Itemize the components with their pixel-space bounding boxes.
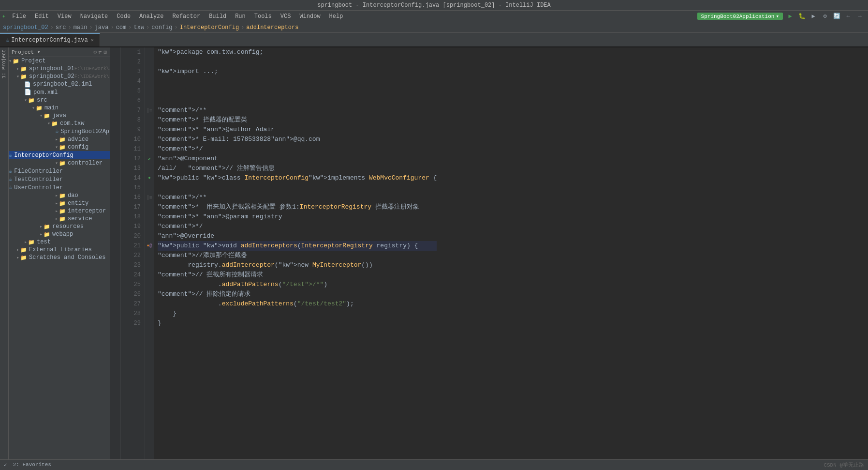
- menu-item-run[interactable]: Run: [231, 12, 250, 21]
- tree-item-interceptor[interactable]: ▸📁interceptor: [9, 207, 110, 215]
- tree-item-dao[interactable]: ▸📁dao: [9, 192, 110, 199]
- tree-item-testcontroller[interactable]: ☕TestController: [9, 175, 110, 183]
- code-line-17[interactable]: "comment">* 用来加入拦截器相关配置 参数1:InterceptorR…: [158, 202, 437, 212]
- breadcrumb-item-txw[interactable]: txw: [133, 24, 144, 31]
- tree-item-com-txw[interactable]: ▾📁com.txw: [9, 120, 110, 127]
- code-line-23[interactable]: registry.addInterceptor("kw">new MyInter…: [158, 260, 437, 270]
- fold-icon[interactable]: |≡: [147, 108, 152, 113]
- run-config-selector[interactable]: SpringBoot02Application ▾: [697, 13, 783, 20]
- menu-item-code[interactable]: Code: [113, 12, 134, 21]
- tree-item-springboot02applica---[interactable]: ☕SpringBoot02Applica...: [9, 127, 110, 136]
- tree-item-entity[interactable]: ▸📁entity: [9, 199, 110, 207]
- marker-21: ●@: [145, 241, 154, 251]
- tree-item-service[interactable]: ▸📁service: [9, 215, 110, 223]
- code-line-9[interactable]: "comment">* "ann">@author Adair: [158, 125, 437, 135]
- code-line-5[interactable]: [158, 86, 437, 96]
- update-button[interactable]: 🔄: [832, 12, 841, 21]
- breadcrumb-item-com[interactable]: com: [116, 24, 127, 31]
- code-editor[interactable]: 1234567891011121314151617181920212223242…: [110, 47, 441, 459]
- menu-item-edit[interactable]: Edit: [31, 12, 53, 21]
- menu-item-help[interactable]: Help: [325, 12, 347, 21]
- code-line-13[interactable]: /all/ "comment">// 注解警告信息: [158, 164, 437, 173]
- tree-item-filecontroller[interactable]: ☕FileController: [9, 167, 110, 175]
- breadcrumb-item-src[interactable]: src: [56, 24, 66, 31]
- code-line-10[interactable]: "comment">* E-mail: 1578533828"ann">@qq.…: [158, 135, 437, 144]
- code-line-27[interactable]: .excludePathPatterns("/test/test2");: [158, 299, 437, 309]
- code-line-29[interactable]: }: [158, 318, 437, 328]
- tree-item-scratches-and-consoles[interactable]: ▸📁Scratches and Consoles: [9, 254, 110, 261]
- menu-item-window[interactable]: Window: [295, 12, 324, 21]
- tree-item-springboot-02-iml[interactable]: 📄springboot_02.iml: [9, 80, 110, 88]
- code-line-14[interactable]: "kw">public "kw">class InterceptorConfig…: [158, 173, 437, 183]
- tree-item-src[interactable]: ▾📁src: [9, 96, 110, 104]
- tree-item-resources[interactable]: ▸📁resources: [9, 223, 110, 230]
- tree-item-interceptorconfig[interactable]: ☕InterceptorConfig: [9, 151, 110, 159]
- code-line-3[interactable]: "kw">import ...;: [158, 67, 437, 76]
- code-line-12[interactable]: "ann">@Component: [158, 154, 437, 164]
- run-button[interactable]: ▶: [786, 12, 794, 21]
- menu-item-tools[interactable]: Tools: [250, 12, 276, 21]
- settings-button[interactable]: ⚙: [821, 12, 829, 21]
- fold-icon[interactable]: |≡: [147, 195, 152, 200]
- code-line-20[interactable]: "ann">@Override: [158, 231, 437, 241]
- navigate-forward-button[interactable]: →: [855, 12, 864, 21]
- tab-interceptorconfig[interactable]: ☕ InterceptorConfig.java ✕: [0, 33, 100, 46]
- tree-item-usercontroller[interactable]: ☕UserController: [9, 183, 110, 192]
- status-favorites[interactable]: 2: Favorites: [13, 462, 51, 468]
- tree-item-external-libraries[interactable]: ▸📁External Libraries: [9, 246, 110, 254]
- menu-item-file[interactable]: File: [8, 12, 30, 21]
- tab-close-icon[interactable]: ✕: [91, 37, 94, 43]
- marker-2: [145, 57, 154, 67]
- breadcrumb-item-project[interactable]: springboot_02: [3, 24, 48, 31]
- gear-icon[interactable]: ⚙: [93, 49, 97, 55]
- breadcrumb-item-method[interactable]: addInterceptors: [246, 24, 298, 31]
- code-line-25[interactable]: .addPathPatterns("/test">/*"): [158, 280, 437, 289]
- code-line-16[interactable]: "comment">/**: [158, 193, 437, 202]
- menu-item-view[interactable]: View: [54, 12, 75, 21]
- menu-item-vcs[interactable]: VCS: [277, 12, 295, 21]
- tree-item-project[interactable]: ▾📁Project: [9, 57, 110, 65]
- code-line-28[interactable]: }: [158, 309, 437, 318]
- line-number-28: 28: [125, 309, 141, 318]
- tree-item-controller[interactable]: ▾📁controller: [9, 159, 110, 167]
- breadcrumb-item-main[interactable]: main: [74, 24, 88, 31]
- sync-icon[interactable]: ⇄: [99, 49, 102, 55]
- code-line-1[interactable]: "kw">package com.txw.config;: [158, 47, 437, 57]
- run-with-coverage-button[interactable]: ▶: [809, 12, 818, 21]
- breadcrumb-item-class[interactable]: InterceptorConfig: [180, 24, 239, 31]
- navigate-back-button[interactable]: ←: [844, 12, 853, 21]
- breadcrumb-item-config[interactable]: config: [151, 24, 172, 31]
- menu-item-build[interactable]: Build: [205, 12, 230, 21]
- tree-item-java[interactable]: ▾📁java: [9, 112, 110, 120]
- tree-item-springboot-01[interactable]: ▸📁springboot_01 F:\IDEAWork\sprin: [9, 65, 110, 73]
- code-line-15[interactable]: [158, 183, 437, 193]
- status-project[interactable]: ✓: [4, 462, 7, 468]
- expand-icon[interactable]: ⊞: [103, 49, 107, 55]
- code-line-4[interactable]: [158, 76, 437, 86]
- code-line-6[interactable]: [158, 96, 437, 106]
- code-line-8[interactable]: "comment">* 拦截器的配置类: [158, 115, 437, 125]
- breadcrumb-item-java[interactable]: java: [95, 24, 109, 31]
- tree-item-config[interactable]: ▾📁config: [9, 143, 110, 151]
- code-lines[interactable]: "kw">package com.txw.config; "kw">import…: [154, 47, 441, 459]
- tree-item-main[interactable]: ▾📁main: [9, 104, 110, 112]
- menu-item-navigate[interactable]: Navigate: [76, 12, 112, 21]
- debug-button[interactable]: 🐛: [797, 12, 806, 21]
- tree-item-pom-xml[interactable]: 📄pom.xml: [9, 88, 110, 96]
- code-line-2[interactable]: [158, 57, 437, 67]
- code-line-21[interactable]: "kw">public "kw">void addInterceptors(In…: [158, 241, 437, 251]
- menu-item-analyze[interactable]: Analyze: [135, 12, 167, 21]
- code-line-18[interactable]: "comment">* "ann">@param registry: [158, 212, 437, 222]
- code-line-7[interactable]: "comment">/**: [158, 106, 437, 115]
- tab-bar: ☕ InterceptorConfig.java ✕: [0, 33, 868, 47]
- tree-item-advice[interactable]: ▸📁advice: [9, 136, 110, 143]
- tree-item-springboot-02[interactable]: ▾📁springboot_02 F:\IDEAWork\sprin: [9, 73, 110, 80]
- code-line-26[interactable]: "comment">// 排除指定的请求: [158, 289, 437, 299]
- code-line-19[interactable]: "comment">*/: [158, 222, 437, 231]
- code-line-11[interactable]: "comment">*/: [158, 144, 437, 154]
- tree-item-test[interactable]: ▸📁test: [9, 238, 110, 246]
- code-line-22[interactable]: "comment">//添加那个拦截器: [158, 251, 437, 260]
- menu-item-refactor[interactable]: Refactor: [169, 12, 205, 21]
- code-line-24[interactable]: "comment">// 拦截所有控制器请求: [158, 270, 437, 280]
- tree-item-webapp[interactable]: ▸📁webapp: [9, 230, 110, 238]
